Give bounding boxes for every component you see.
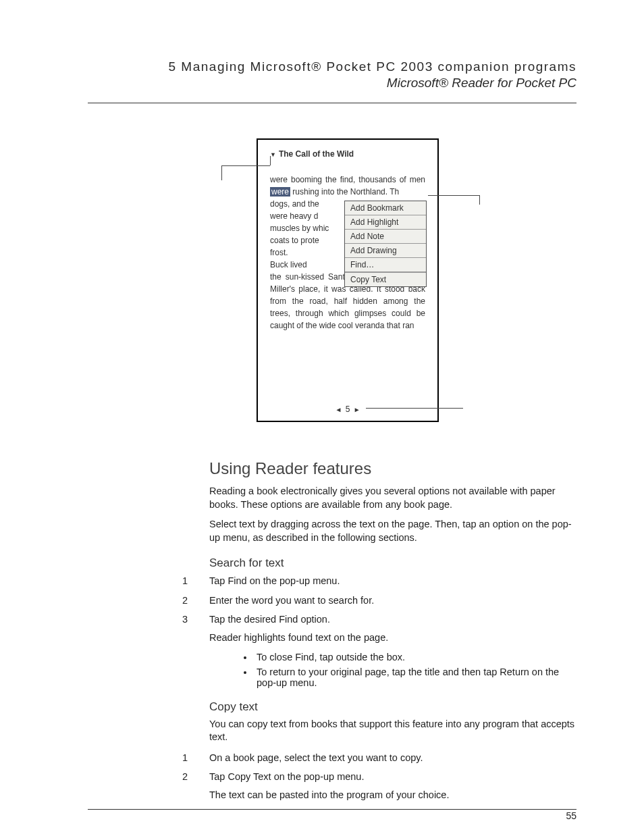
context-popup-menu: Add Bookmark Add Highlight Add Note Add … [344, 201, 427, 287]
header-divider [88, 103, 576, 103]
popup-add-highlight[interactable]: Add Highlight [345, 215, 426, 230]
bullet-item: To return to your original page, tap the… [254, 667, 576, 688]
prev-page-icon[interactable]: ◄ [335, 406, 342, 413]
list-item: 1Tap Find on the pop-up menu. [209, 574, 576, 588]
popup-copy-text[interactable]: Copy Text [345, 272, 426, 286]
body-content: Using Reader features Reading a book ele… [209, 459, 576, 809]
section-title: Microsoft® Reader for Pocket PC [88, 76, 576, 90]
bullet-item: To close Find, tap outside the box. [254, 652, 576, 662]
para: Select text by dragging across the text … [209, 518, 576, 544]
para: You can copy text from books that suppor… [209, 718, 576, 744]
para: Reading a book electronically gives you … [209, 485, 576, 511]
book-title[interactable]: ▼The Call of the Wild [270, 149, 425, 159]
current-page-number: 5 [346, 405, 350, 414]
next-page-icon[interactable]: ► [354, 406, 360, 413]
popup-add-drawing[interactable]: Add Drawing [345, 244, 426, 258]
page-number: 55 [566, 810, 576, 821]
selected-text[interactable]: were [270, 187, 290, 197]
para: The text can be pasted into the program … [209, 789, 576, 802]
reader-screenshot: ▼The Call of the Wild were booming the f… [257, 138, 439, 422]
list-item: 2Tap Copy Text on the pop-up menu. [209, 770, 576, 783]
popup-find[interactable]: Find… [345, 258, 426, 272]
chapter-title: 5 Managing Microsoft® Pocket PC 2003 com… [88, 59, 576, 74]
para: Reader highlights found text on the page… [209, 631, 576, 645]
list-item: 1On a book page, select the text you wan… [209, 751, 576, 764]
footer-divider [88, 809, 576, 810]
page-navigator[interactable]: ◄ 5 ► [258, 405, 437, 414]
list-item: 2Enter the word you want to search for. [209, 594, 576, 607]
heading-search: Search for text [209, 556, 576, 570]
popup-add-note[interactable]: Add Note [345, 230, 426, 244]
dropdown-icon: ▼ [270, 151, 276, 158]
list-item: 3Tap the desired Find option. [209, 613, 576, 626]
heading-using-reader: Using Reader features [209, 459, 576, 478]
bullet-list: To close Find, tap outside the box. To r… [227, 652, 576, 688]
page-header: 5 Managing Microsoft® Pocket PC 2003 com… [88, 59, 576, 90]
heading-copy: Copy text [209, 700, 576, 714]
popup-add-bookmark[interactable]: Add Bookmark [345, 201, 426, 215]
